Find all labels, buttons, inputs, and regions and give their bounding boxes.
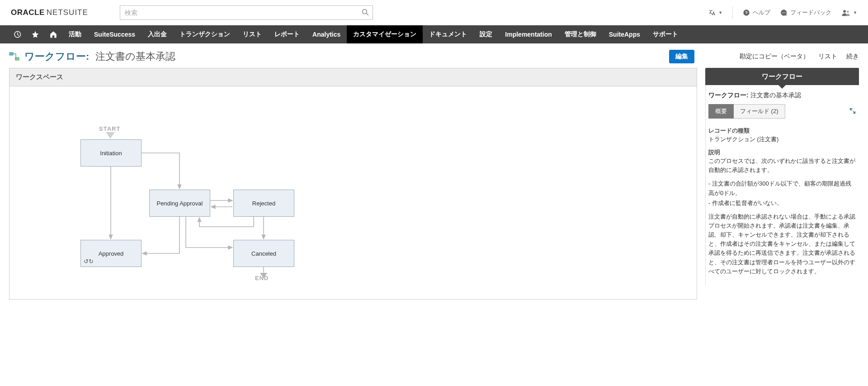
- subtab-fields[interactable]: フィールド (2): [734, 104, 785, 119]
- svg-point-7: [843, 10, 846, 13]
- nav-item-2[interactable]: 入出金: [142, 25, 173, 43]
- list-link[interactable]: リスト: [818, 52, 837, 61]
- search-wrap: [120, 5, 373, 20]
- nav-item-5[interactable]: レポート: [268, 25, 306, 43]
- nav-item-13[interactable]: サポート: [646, 25, 684, 43]
- svg-text:?: ?: [745, 10, 748, 15]
- main-area: ワークスペース START Initiation Pending Approva…: [0, 68, 868, 309]
- user-menu[interactable]: ▼: [841, 9, 857, 16]
- record-type-value: トランザクション (注文書): [708, 135, 856, 144]
- search-icon[interactable]: [361, 8, 369, 18]
- state-initiation[interactable]: Initiation: [80, 139, 142, 167]
- side-panel-scroll[interactable]: レコードの種類 トランザクション (注文書) 説明 このプロセスでは、次のいずれ…: [706, 124, 859, 285]
- nav-item-1[interactable]: SuiteSuccess: [88, 25, 142, 43]
- side-panel: ワークフロー ワークフロー: 注文書の基本承認 概要 フィールド (2) レコー…: [705, 68, 859, 285]
- svg-point-0: [362, 9, 367, 14]
- page-title-main: ワークフロー:: [24, 50, 89, 63]
- header-right: ▼ ? ヘルプ フィードバック ▼: [708, 6, 857, 19]
- side-panel-title: ワークフロー: 注文書の基本承認: [706, 91, 859, 104]
- workflow-canvas[interactable]: START Initiation Pending Approval Reject…: [9, 86, 697, 299]
- edit-button[interactable]: 編集: [669, 50, 694, 63]
- nav-item-12[interactable]: SuiteApps: [603, 25, 646, 43]
- logo-oracle: ORACLE: [11, 8, 45, 17]
- page-title-sub: 注文書の基本承認: [95, 50, 175, 63]
- description-p1: このプロセスでは、次のいずれかに該当すると注文書が自動的に承認されます。: [708, 157, 856, 175]
- start-arrow-icon: [106, 132, 115, 138]
- svg-rect-10: [9, 52, 13, 55]
- language-icon[interactable]: ▼: [708, 9, 722, 16]
- workflow-edges: [9, 86, 697, 299]
- record-type-label: レコードの種類: [708, 127, 856, 135]
- svg-point-6: [785, 12, 786, 13]
- nav-star-icon[interactable]: [26, 25, 44, 43]
- workflow-icon: [9, 52, 20, 61]
- title-links: 勘定にコピー（ベータ） リスト 続き: [740, 52, 859, 61]
- svg-point-5: [783, 12, 784, 13]
- nav-item-11[interactable]: 管理と制御: [558, 25, 603, 43]
- feedback-link[interactable]: フィードバック: [780, 9, 831, 17]
- side-subtabs: 概要 フィールド (2): [706, 104, 859, 124]
- loop-icon: ↺↻: [84, 258, 94, 265]
- nav-item-6[interactable]: Analytics: [306, 25, 347, 43]
- feedback-label: フィードバック: [790, 9, 831, 17]
- description-p2: 注文書が自動的に承認されない場合は、手動による承認プロセスが開始されます。承認者…: [708, 212, 856, 276]
- svg-line-1: [366, 13, 368, 15]
- start-label: START: [99, 125, 120, 132]
- app-header: ORACLE NETSUITE ▼ ? ヘルプ フィードバック ▼: [0, 0, 868, 25]
- workspace-header: ワークスペース: [9, 68, 697, 86]
- state-approved[interactable]: Approved ↺↻: [80, 240, 142, 267]
- workspace-panel: ワークスペース START Initiation Pending Approva…: [9, 68, 697, 300]
- state-canceled[interactable]: Canceled: [233, 240, 294, 267]
- svg-point-4: [783, 12, 783, 13]
- nav-item-10[interactable]: Implementation: [499, 25, 558, 43]
- search-input[interactable]: [120, 5, 373, 20]
- side-tab-workflow[interactable]: ワークフロー: [705, 68, 859, 85]
- nav-item-9[interactable]: 設定: [473, 25, 499, 43]
- more-link[interactable]: 続き: [846, 52, 859, 61]
- divider: [732, 6, 733, 19]
- help-link[interactable]: ? ヘルプ: [743, 9, 770, 17]
- nav-home-icon[interactable]: [44, 25, 62, 43]
- description-bullet-1: - 注文書の合計額が300ドル以下で、顧客の期限超過残高が0ドル。: [708, 179, 856, 197]
- nav-item-0[interactable]: 活動: [62, 25, 88, 43]
- end-label: END: [255, 275, 269, 281]
- app-logo: ORACLE NETSUITE: [11, 8, 88, 17]
- copy-to-account-link[interactable]: 勘定にコピー（ベータ）: [740, 52, 809, 61]
- nav-item-7[interactable]: カスタマイゼーション: [347, 25, 423, 43]
- description-bullet-2: - 作成者に監督者がいない。: [708, 199, 856, 208]
- page-titlebar: ワークフロー: 注文書の基本承認 編集 勘定にコピー（ベータ） リスト 続き: [0, 43, 868, 68]
- logo-netsuite: NETSUITE: [47, 8, 88, 17]
- nav-item-8[interactable]: ドキュメント: [423, 25, 473, 43]
- svg-point-8: [847, 10, 849, 12]
- nav-history-icon[interactable]: [8, 25, 26, 43]
- description-label: 説明: [708, 148, 856, 157]
- state-rejected[interactable]: Rejected: [233, 190, 294, 217]
- subtab-overview[interactable]: 概要: [708, 104, 734, 119]
- nav-item-4[interactable]: リスト: [236, 25, 268, 43]
- state-pending-approval[interactable]: Pending Approval: [149, 190, 210, 217]
- expand-icon[interactable]: [849, 107, 856, 116]
- main-nav: 活動SuiteSuccess入出金トランザクションリストレポートAnalytic…: [0, 25, 868, 43]
- help-label: ヘルプ: [753, 9, 770, 17]
- nav-item-3[interactable]: トランザクション: [173, 25, 236, 43]
